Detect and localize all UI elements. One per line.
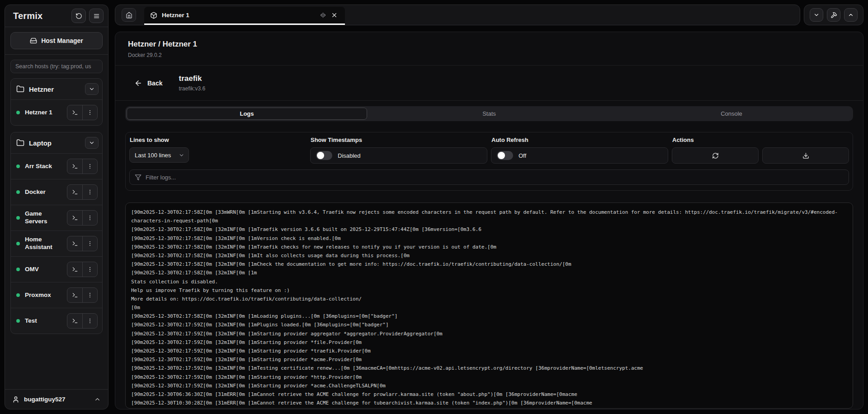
refresh-logs-button[interactable] xyxy=(672,147,759,164)
collapse-down-button[interactable] xyxy=(810,8,823,22)
log-line: [90m2025-12-30T02:17:58Z[0m [32mINF[0m [… xyxy=(131,268,847,277)
host-actions xyxy=(67,236,98,251)
host-row-proxmox[interactable]: Proxmox xyxy=(11,282,102,308)
filter-bar xyxy=(129,169,849,185)
autorefresh-toggle[interactable]: Off xyxy=(491,147,668,164)
lines-select[interactable]: Last 100 lines xyxy=(129,147,189,163)
container-identity: traefik traefik:v3.6 xyxy=(179,74,205,92)
container-name: traefik xyxy=(179,74,205,83)
group-collapse-button[interactable] xyxy=(85,137,99,149)
filter-logs-input[interactable] xyxy=(146,174,844,181)
open-terminal-button[interactable] xyxy=(67,314,82,328)
host-more-button[interactable] xyxy=(82,288,97,302)
host-row-arr-stack[interactable]: Arr Stack xyxy=(11,153,102,179)
container-header: Back traefik traefik:v3.6 xyxy=(115,66,863,101)
reload-button[interactable] xyxy=(71,9,86,23)
log-line: [90m2025-12-30T02:17:59Z[0m [32mINF[0m [… xyxy=(131,329,847,338)
timestamps-toggle[interactable]: Disabled xyxy=(310,147,487,164)
tab-label: Hetzner 1 xyxy=(162,12,189,19)
user-menu[interactable]: bugattiguy527 xyxy=(5,389,108,409)
log-line: [90m2025-12-30T02:17:59Z[0m [32mINF[0m [… xyxy=(131,355,847,364)
open-terminal-button[interactable] xyxy=(67,288,82,302)
docker-panel: Hetzner / Hetzner 1 Docker 29.0.2 Back t… xyxy=(115,32,863,409)
log-line: [90m2025-12-30T02:17:59Z[0m [32mINF[0m [… xyxy=(131,364,847,372)
view-tabs: Logs Stats Console xyxy=(125,106,853,121)
sidebar-menu-button[interactable] xyxy=(89,9,104,23)
log-line: [90m2025-12-30T02:17:59Z[0m [32mINF[0m [… xyxy=(131,338,847,347)
log-line: [90m2025-12-30T02:17:59Z[0m [32mINF[0m [… xyxy=(131,381,847,390)
tab-hetzner-1[interactable]: Hetzner 1 xyxy=(144,7,345,25)
host-row-hetzner-1[interactable]: Hetzner 1 xyxy=(11,99,102,125)
download-logs-button[interactable] xyxy=(762,147,849,164)
app-root: Termix Host Manager xyxy=(0,0,868,414)
host-row-docker[interactable]: Docker xyxy=(11,179,102,205)
tab-console[interactable]: Console xyxy=(611,108,852,120)
log-line: Stats collection is disabled. xyxy=(131,278,847,286)
terminal-icon xyxy=(72,109,78,116)
host-more-button[interactable] xyxy=(82,185,97,199)
log-line: [90m2025-12-30T02:17:59Z[0m [32mINF[0m [… xyxy=(131,347,847,355)
tab-stats[interactable]: Stats xyxy=(369,108,609,120)
split-view-icon[interactable] xyxy=(320,12,326,19)
host-more-button[interactable] xyxy=(82,262,97,277)
collapse-up-button[interactable] xyxy=(844,8,858,22)
rotate-ccw-icon xyxy=(75,13,82,19)
host-row-home-assistant[interactable]: Home Assistant xyxy=(11,231,102,256)
host-groups: Hetzner Hetzner 1 xyxy=(5,73,108,389)
home-button[interactable] xyxy=(122,8,136,22)
host-more-button[interactable] xyxy=(82,105,97,120)
kebab-menu-icon xyxy=(87,292,93,298)
status-dot xyxy=(16,242,20,245)
kebab-menu-icon xyxy=(87,266,93,273)
topbar: Hetzner 1 xyxy=(115,5,863,25)
topbar-controls xyxy=(804,5,863,25)
host-label: Home Assistant xyxy=(25,236,65,251)
host-more-button[interactable] xyxy=(82,159,97,174)
log-line: [90m2025-12-30T02:17:58Z[0m [32mINF[0m [… xyxy=(131,243,847,251)
kebab-menu-icon xyxy=(87,318,93,324)
group-collapse-button[interactable] xyxy=(85,83,99,95)
host-actions xyxy=(67,184,98,200)
filter-icon xyxy=(135,174,142,181)
close-icon[interactable] xyxy=(331,12,338,19)
back-button[interactable]: Back xyxy=(128,79,169,87)
home-icon xyxy=(126,12,132,19)
host-manager-button[interactable]: Host Manager xyxy=(10,32,103,49)
menu-icon xyxy=(93,13,100,19)
open-terminal-button[interactable] xyxy=(67,105,82,120)
log-line: [90m2025-12-30T02:17:58Z[0m [32mINF[0m [… xyxy=(131,312,847,320)
open-terminal-button[interactable] xyxy=(67,159,82,174)
terminal-icon xyxy=(72,163,78,169)
admin-tools-button[interactable] xyxy=(827,8,840,22)
log-line: Help us improve Traefik by turning this … xyxy=(131,286,847,295)
group-header[interactable]: Hetzner xyxy=(11,79,102,99)
toggle-switch xyxy=(497,151,513,160)
host-more-button[interactable] xyxy=(82,236,97,251)
host-more-button[interactable] xyxy=(82,314,97,328)
host-more-button[interactable] xyxy=(82,211,97,225)
log-line: [90m2025-12-30T06:36:30Z[0m [31mERR[0m [… xyxy=(131,390,847,399)
open-terminal-button[interactable] xyxy=(67,262,82,277)
log-output[interactable]: [90m2025-12-30T02:17:58Z[0m [33mWRN[0m [… xyxy=(125,202,853,409)
group-header[interactable]: Laptop xyxy=(11,132,102,153)
log-line: [90m2025-12-30T02:17:59Z[0m [32mINF[0m [… xyxy=(131,373,847,381)
log-line: [90m2025-12-30T02:17:58Z[0m [32mINF[0m [… xyxy=(131,234,847,243)
sidebar-header-buttons xyxy=(71,9,104,23)
host-row-test[interactable]: Test xyxy=(11,308,102,334)
search-input[interactable] xyxy=(10,60,103,73)
breadcrumb: Hetzner / Hetzner 1 xyxy=(128,40,850,49)
host-manager-label: Host Manager xyxy=(41,37,83,44)
timestamps-label: Show Timestamps xyxy=(311,136,487,143)
host-row-game-servers[interactable]: Game Servers xyxy=(11,205,102,231)
tab-logs[interactable]: Logs xyxy=(127,108,367,120)
open-terminal-button[interactable] xyxy=(67,236,82,251)
hammer-icon xyxy=(830,12,837,19)
status-dot xyxy=(16,111,20,114)
host-row-omv[interactable]: OMV xyxy=(11,256,102,282)
terminal-icon xyxy=(72,292,78,298)
terminal-icon xyxy=(72,266,78,273)
open-terminal-button[interactable] xyxy=(67,185,82,199)
open-terminal-button[interactable] xyxy=(67,211,82,225)
user-icon xyxy=(12,396,19,403)
timestamps-control: Show Timestamps Disabled xyxy=(310,136,487,164)
